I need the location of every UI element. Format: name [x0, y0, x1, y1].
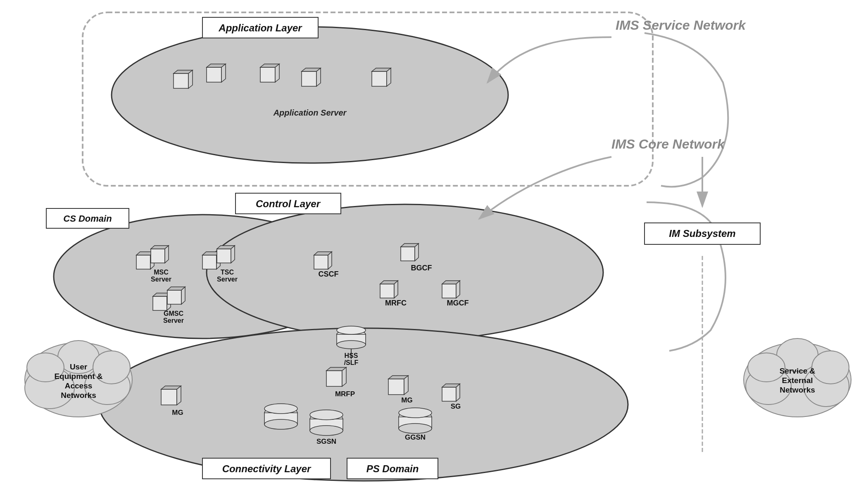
connectivity-layer-label: Connectivity Layer	[222, 463, 312, 474]
svg-text:HSS: HSS	[345, 352, 358, 359]
cs-domain-label: CS Domain	[63, 213, 112, 224]
svg-rect-96	[442, 387, 456, 401]
diagram-container: Application Server MSC Server TSC Server	[0, 0, 861, 504]
svg-rect-87	[388, 379, 404, 395]
svg-point-5	[207, 204, 603, 341]
svg-marker-72	[177, 386, 181, 405]
svg-rect-21	[372, 71, 387, 86]
svg-text:MGCF: MGCF	[447, 299, 469, 307]
application-server-label: Application Server	[273, 108, 347, 117]
svg-text:GMSC: GMSC	[164, 310, 183, 317]
svg-text:MG: MG	[401, 396, 412, 404]
svg-point-67	[337, 326, 366, 334]
svg-marker-14	[221, 64, 226, 82]
svg-marker-80	[342, 367, 346, 386]
im-subsystem-label: IM Subsystem	[669, 228, 735, 239]
svg-rect-32	[202, 255, 216, 269]
svg-rect-24	[136, 255, 150, 269]
svg-text:Networks: Networks	[780, 386, 815, 394]
svg-point-3	[112, 27, 508, 163]
svg-text:SGSN: SGSN	[316, 438, 336, 445]
svg-marker-17	[275, 64, 279, 82]
svg-rect-15	[260, 67, 275, 82]
svg-point-66	[337, 341, 366, 349]
svg-rect-40	[153, 296, 167, 310]
svg-text:Server: Server	[217, 276, 238, 283]
svg-text:CSCF: CSCF	[319, 270, 339, 278]
svg-point-121	[812, 351, 849, 384]
svg-marker-29	[165, 246, 169, 263]
svg-rect-12	[207, 67, 221, 82]
svg-text:/SLF: /SLF	[344, 359, 359, 366]
svg-text:Networks: Networks	[61, 391, 96, 400]
svg-rect-27	[151, 249, 165, 263]
svg-marker-89	[404, 376, 408, 395]
svg-text:Server: Server	[151, 276, 171, 283]
svg-marker-54	[415, 244, 419, 261]
svg-text:Equipment &: Equipment &	[54, 372, 102, 381]
svg-marker-20	[316, 68, 321, 86]
svg-text:MG: MG	[172, 409, 183, 416]
svg-rect-43	[167, 290, 181, 304]
svg-rect-78	[326, 371, 342, 386]
svg-rect-18	[302, 71, 316, 86]
svg-text:User: User	[70, 362, 88, 371]
svg-rect-9	[174, 73, 188, 88]
svg-text:SG: SG	[451, 402, 461, 410]
svg-text:External: External	[782, 376, 813, 385]
svg-point-76	[264, 419, 297, 429]
ps-domain-label: PS Domain	[366, 463, 419, 474]
svg-rect-60	[442, 284, 456, 298]
ims-core-network-label: IMS Core Network	[611, 137, 725, 151]
svg-point-85	[310, 410, 343, 420]
svg-text:TSC: TSC	[221, 269, 234, 276]
svg-text:MSC: MSC	[154, 269, 169, 276]
svg-text:MRFP: MRFP	[335, 390, 355, 398]
svg-point-93	[399, 424, 432, 433]
svg-marker-62	[456, 281, 460, 298]
svg-marker-45	[181, 287, 185, 304]
svg-marker-11	[188, 70, 193, 88]
svg-marker-50	[328, 252, 332, 269]
application-layer-label: Application Layer	[218, 22, 302, 33]
svg-marker-58	[394, 281, 398, 298]
svg-text:BGCF: BGCF	[411, 264, 432, 272]
control-layer-label: Control Layer	[256, 198, 321, 209]
svg-rect-52	[401, 247, 415, 261]
svg-rect-56	[380, 284, 394, 298]
svg-point-77	[264, 404, 297, 414]
svg-marker-37	[231, 246, 235, 263]
svg-marker-23	[387, 68, 391, 86]
svg-text:MRFC: MRFC	[385, 299, 407, 307]
svg-text:GGSN: GGSN	[405, 433, 426, 441]
svg-marker-98	[456, 384, 460, 401]
svg-text:Service &: Service &	[780, 367, 816, 375]
svg-text:Server: Server	[163, 317, 184, 324]
svg-point-94	[399, 408, 432, 418]
svg-text:Access: Access	[65, 381, 93, 390]
svg-point-84	[310, 426, 343, 435]
svg-rect-35	[217, 249, 231, 263]
svg-rect-70	[161, 389, 177, 405]
ims-service-network-label: IMS Service Network	[616, 18, 747, 33]
svg-rect-48	[314, 255, 328, 269]
